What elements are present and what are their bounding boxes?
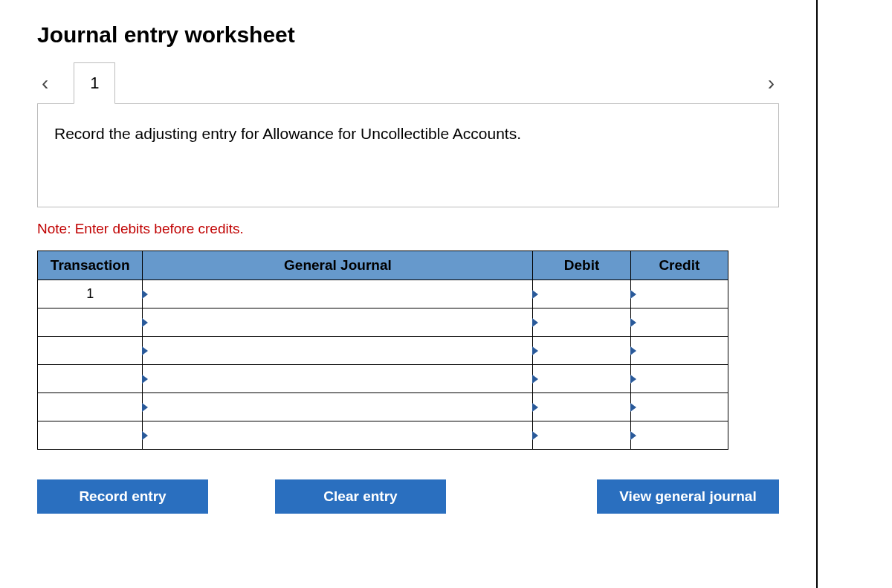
dropdown-triangle-icon (532, 375, 538, 384)
cell-debit[interactable] (533, 337, 630, 365)
instruction-box: Record the adjusting entry for Allowance… (37, 103, 779, 207)
cell-general-journal[interactable] (143, 393, 533, 421)
table-row (38, 308, 728, 337)
dropdown-triangle-icon (142, 318, 148, 327)
cell-credit[interactable] (630, 421, 728, 450)
tab-nav-left: ‹ 1 (37, 62, 115, 104)
tab-1[interactable]: 1 (74, 62, 115, 104)
dropdown-triangle-icon (532, 290, 538, 299)
table-row (38, 393, 728, 421)
journal-tbody: 1 (38, 280, 728, 450)
dropdown-triangle-icon (630, 290, 636, 299)
header-general-journal: General Journal (143, 251, 533, 280)
button-row: Record entry Clear entry View general jo… (37, 479, 779, 514)
header-transaction: Transaction (38, 251, 143, 280)
cell-debit[interactable] (533, 421, 630, 450)
table-row: 1 (38, 280, 728, 308)
dropdown-triangle-icon (630, 375, 636, 384)
worksheet-container: Journal entry worksheet ‹ 1 › Record the… (0, 0, 818, 588)
journal-table: Transaction General Journal Debit Credit… (37, 251, 728, 450)
cell-transaction[interactable] (38, 365, 143, 393)
dropdown-triangle-icon (142, 290, 148, 299)
cell-credit[interactable] (630, 308, 728, 337)
cell-general-journal[interactable] (143, 337, 533, 365)
dropdown-triangle-icon (532, 431, 538, 440)
chevron-right-icon[interactable]: › (763, 71, 779, 95)
dropdown-triangle-icon (142, 431, 148, 440)
dropdown-triangle-icon (532, 318, 538, 327)
cell-transaction[interactable] (38, 337, 143, 365)
cell-general-journal[interactable] (143, 280, 533, 308)
cell-general-journal[interactable] (143, 365, 533, 393)
cell-credit[interactable] (630, 365, 728, 393)
dropdown-triangle-icon (630, 431, 636, 440)
cell-credit[interactable] (630, 337, 728, 365)
cell-transaction[interactable]: 1 (38, 280, 143, 308)
dropdown-triangle-icon (630, 403, 636, 412)
dropdown-triangle-icon (532, 346, 538, 355)
dropdown-triangle-icon (630, 318, 636, 327)
cell-debit[interactable] (533, 308, 630, 337)
header-debit: Debit (533, 251, 630, 280)
cell-debit[interactable] (533, 280, 630, 308)
cell-transaction[interactable] (38, 421, 143, 450)
cell-general-journal[interactable] (143, 421, 533, 450)
header-credit: Credit (630, 251, 728, 280)
record-entry-button[interactable]: Record entry (37, 479, 208, 514)
note-text: Note: Enter debits before credits. (37, 221, 779, 237)
cell-credit[interactable] (630, 393, 728, 421)
table-row (38, 337, 728, 365)
dropdown-triangle-icon (142, 375, 148, 384)
cell-general-journal[interactable] (143, 308, 533, 337)
dropdown-triangle-icon (142, 346, 148, 355)
table-row (38, 365, 728, 393)
dropdown-triangle-icon (142, 403, 148, 412)
clear-entry-button[interactable]: Clear entry (275, 479, 446, 514)
dropdown-triangle-icon (630, 346, 636, 355)
dropdown-triangle-icon (532, 403, 538, 412)
cell-transaction[interactable] (38, 308, 143, 337)
tab-nav-row: ‹ 1 › (37, 62, 779, 104)
table-row (38, 421, 728, 450)
cell-transaction[interactable] (38, 393, 143, 421)
cell-debit[interactable] (533, 393, 630, 421)
view-general-journal-button[interactable]: View general journal (597, 479, 779, 514)
page-title: Journal entry worksheet (37, 22, 779, 48)
cell-credit[interactable] (630, 280, 728, 308)
cell-debit[interactable] (533, 365, 630, 393)
chevron-left-icon[interactable]: ‹ (37, 71, 53, 95)
